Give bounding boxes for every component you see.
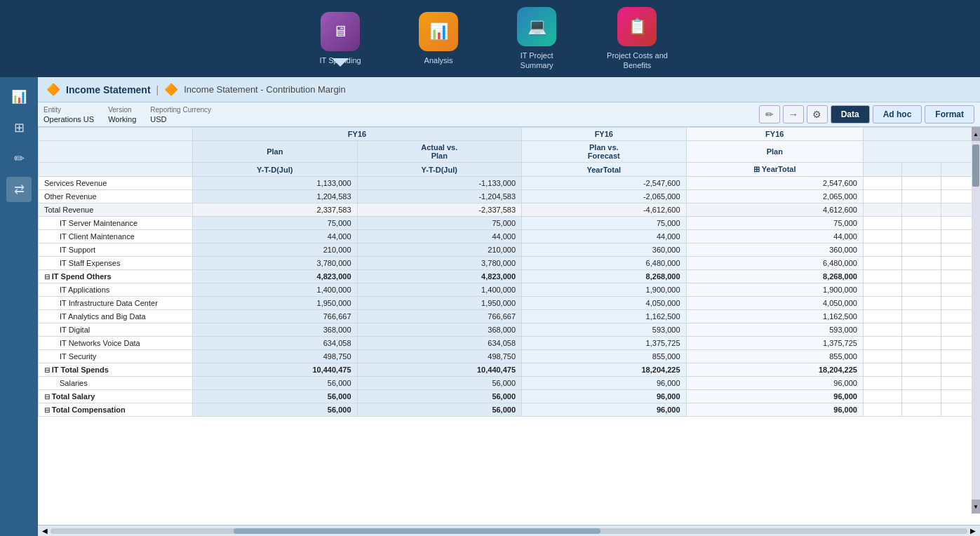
plan-year-subheader: Plan <box>686 141 863 163</box>
table-row: Other Revenue1,204,583-1,204,583-2,065,0… <box>39 190 980 203</box>
scroll-track[interactable] <box>972 141 980 500</box>
scroll-up[interactable]: ▲ <box>972 127 980 141</box>
empty-cell <box>902 363 941 377</box>
empty-cell <box>863 323 901 337</box>
row-label: IT Analytics and Big Data <box>39 310 193 323</box>
panel-header-icon: 🔶 <box>46 83 60 96</box>
horizontal-scrollbar[interactable]: ◀ ▶ <box>38 525 980 536</box>
row-value: 368,000 <box>193 323 358 337</box>
row-value: 56,000 <box>357 403 522 417</box>
table-row: IT Security498,750498,750855,000855,000 <box>39 350 980 363</box>
row-value: 1,375,725 <box>522 337 687 350</box>
empty-cell <box>902 190 941 203</box>
row-value: 96,000 <box>522 390 687 403</box>
panel-subtitle: Income Statement - Contribution Margin <box>184 84 346 95</box>
edit-button[interactable]: ✏ <box>759 105 780 123</box>
nav-label-analysis: Analysis <box>424 55 453 65</box>
nav-item-analysis[interactable]: 📊 Analysis <box>410 12 466 65</box>
col-group-row: FY16 FY16 FY16 <box>39 128 980 141</box>
empty-cell <box>902 203 941 217</box>
row-value: 1,900,000 <box>686 283 863 297</box>
empty-cell <box>863 230 901 243</box>
currency-label: Reporting Currency <box>150 106 211 114</box>
row-value: -2,337,583 <box>357 203 522 217</box>
row-value: 6,480,000 <box>686 257 863 270</box>
empty-cell <box>863 297 901 310</box>
scroll-down[interactable]: ▼ <box>972 500 980 514</box>
empty-cell <box>863 350 901 363</box>
version-column: Version Working <box>108 106 136 123</box>
label-header <box>39 128 193 141</box>
tab-format[interactable]: Format <box>925 105 974 123</box>
table-row: Total Revenue2,337,583-2,337,583-4,612,6… <box>39 203 980 217</box>
row-value: 498,750 <box>357 350 522 363</box>
sidebar-move-icon[interactable]: ⇄ <box>6 177 32 202</box>
sidebar-chart-icon[interactable]: 📊 <box>6 84 32 109</box>
row-value: 1,400,000 <box>357 283 522 297</box>
row-value: 8,268,000 <box>522 270 687 283</box>
row-label: IT Staff Expenses <box>39 257 193 270</box>
row-value: 368,000 <box>357 323 522 337</box>
fy16-forecast-header: FY16 <box>522 128 687 141</box>
empty-cell <box>863 190 901 203</box>
row-value: 2,547,600 <box>686 177 863 190</box>
vertical-scrollbar[interactable]: ▲ ▼ <box>972 127 980 514</box>
empty-sub-headers <box>863 141 979 163</box>
collapse-button[interactable]: ⊟ <box>44 273 52 281</box>
row-value: -4,612,600 <box>522 203 687 217</box>
row-label: IT Networks Voice Data <box>39 337 193 350</box>
table-row: ⊟ IT Total Spends10,440,47510,440,47518,… <box>39 363 980 377</box>
tab-adhoc[interactable]: Ad hoc <box>873 105 922 123</box>
row-value: 56,000 <box>193 390 358 403</box>
currency-value: USD <box>150 115 211 123</box>
analysis-icon: 📊 <box>419 12 458 51</box>
row-value: 44,000 <box>686 230 863 243</box>
entity-info: Entity Operations US Version Working Rep… <box>43 106 756 123</box>
ytd-jul-2-header: Y-T-D(Jul) <box>357 163 522 177</box>
empty-cell <box>863 217 901 230</box>
nav-item-it-project-summary[interactable]: 💻 IT ProjectSummary <box>509 7 565 71</box>
table-row: IT Analytics and Big Data766,667766,6671… <box>39 310 980 323</box>
empty-cell <box>902 270 941 283</box>
sidebar: 📊 ⊞ ✏ ⇄ <box>0 77 38 536</box>
arrow-button[interactable]: → <box>783 105 804 123</box>
row-label: Salaries <box>39 377 193 390</box>
row-value: 8,268,000 <box>686 270 863 283</box>
sidebar-grid-icon[interactable]: ⊞ <box>6 115 32 140</box>
row-value: 4,612,600 <box>686 203 863 217</box>
row-value: 593,000 <box>522 323 687 337</box>
toolbar: Entity Operations US Version Working Rep… <box>38 102 980 127</box>
settings-button[interactable]: ⚙ <box>807 105 828 123</box>
collapse-button[interactable]: ⊟ <box>44 393 52 401</box>
row-value: -2,547,600 <box>522 177 687 190</box>
row-value: 2,337,583 <box>193 203 358 217</box>
collapse-button[interactable]: ⊟ <box>44 406 52 414</box>
collapse-button[interactable]: ⊟ <box>44 366 52 374</box>
row-value: 1,375,725 <box>686 337 863 350</box>
tab-data[interactable]: Data <box>831 105 870 123</box>
row-value: 96,000 <box>522 377 687 390</box>
version-label: Version <box>108 106 136 114</box>
hscroll-track[interactable] <box>51 528 967 534</box>
label-sub-header <box>39 141 193 163</box>
empty-cell <box>863 390 901 403</box>
fy16-plan-header: FY16 <box>193 128 522 141</box>
row-label: ⊟ Total Compensation <box>39 403 193 417</box>
table-row: IT Networks Voice Data634,058634,0581,37… <box>39 337 980 350</box>
row-value: 1,950,000 <box>357 297 522 310</box>
table-container[interactable]: FY16 FY16 FY16 Plan Actual vs.Plan Plan … <box>38 127 980 525</box>
yeartotal-1-header: YearTotal <box>522 163 687 177</box>
hscroll-right[interactable]: ▶ <box>967 527 979 535</box>
row-value: 10,440,475 <box>357 363 522 377</box>
content-panel: 🔶 Income Statement | 🔶 Income Statement … <box>38 77 980 536</box>
nav-item-project-costs[interactable]: 📋 Project Costs andBenefits <box>607 7 668 71</box>
main-area: 📊 ⊞ ✏ ⇄ 🔶 Income Statement | 🔶 Income St… <box>0 77 980 536</box>
sidebar-edit-icon[interactable]: ✏ <box>6 146 32 171</box>
hscroll-left[interactable]: ◀ <box>39 527 51 535</box>
row-label: IT Support <box>39 243 193 257</box>
nav-item-it-spending[interactable]: 🖥 IT Spending <box>312 12 368 65</box>
row-label: Services Revenue <box>39 177 193 190</box>
yeartotal-2-header: ⊞ YearTotal <box>686 163 863 177</box>
col-detail-row: Y-T-D(Jul) Y-T-D(Jul) YearTotal ⊞ YearTo… <box>39 163 980 177</box>
row-label: ⊟ IT Total Spends <box>39 363 193 377</box>
